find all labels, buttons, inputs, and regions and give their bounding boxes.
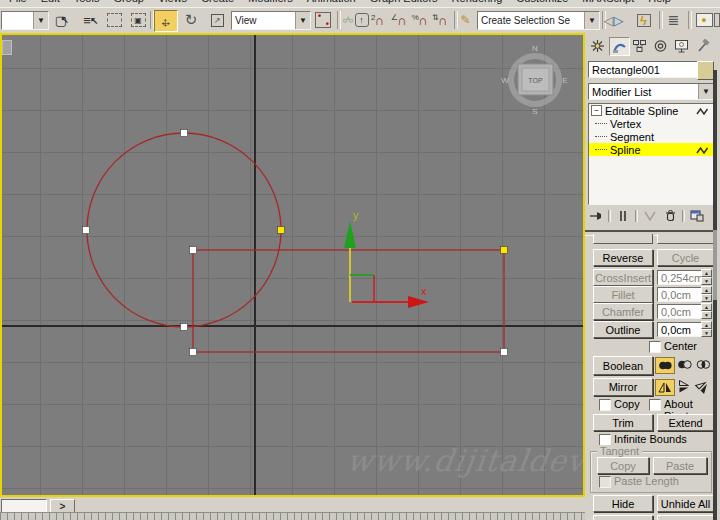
use-pivot-point-center-button[interactable]: •• [312, 10, 334, 30]
crossinsert-button[interactable]: CrossInsert [593, 269, 653, 286]
pin-stack-button[interactable] [588, 209, 604, 223]
paste-length-checkbox[interactable] [599, 476, 611, 488]
spline-vertices[interactable] [83, 130, 508, 356]
spinner-up-icon[interactable]: ▲ [701, 269, 712, 277]
object-name-field[interactable]: Rectangle001 [588, 61, 698, 78]
selection-filter-dropdown[interactable]: ▼ [1, 11, 49, 30]
reverse-button[interactable]: Reverse [593, 249, 653, 266]
fillet-button[interactable]: Fillet [593, 286, 653, 303]
menu-help[interactable]: Help [641, 0, 678, 4]
spinner-down-icon[interactable]: ▼ [701, 294, 712, 302]
cycle-button[interactable]: Cycle [657, 249, 714, 266]
menu-views[interactable]: Views [151, 0, 194, 4]
menu-edit[interactable]: Edit [34, 0, 67, 4]
percent-snap-toggle-button[interactable]: %∩ [412, 10, 427, 30]
tab-utilities[interactable] [693, 37, 712, 54]
tangent-copy-button[interactable]: Copy [597, 457, 649, 474]
outline-spinner[interactable]: ▲▼ [701, 321, 712, 336]
panel-scrollbar-thumb[interactable] [713, 230, 717, 300]
select-and-rotate-button[interactable]: ↻ [180, 10, 202, 30]
outline-button[interactable]: Outline [593, 321, 653, 338]
boolean-subtraction-button[interactable] [675, 357, 693, 372]
make-unique-button[interactable] [642, 209, 658, 223]
boolean-button[interactable]: Boolean [593, 356, 653, 375]
spinner-up-icon[interactable]: ▲ [701, 321, 712, 329]
menu-tools[interactable]: Tools [67, 0, 107, 4]
tangent-paste-button[interactable]: Paste [653, 457, 707, 474]
spinner-up-icon[interactable]: ▲ [701, 303, 712, 311]
chamfer-value-field[interactable]: 0,0cm [657, 304, 704, 319]
spline-vertex-selected[interactable] [278, 227, 285, 234]
tab-motion[interactable] [651, 37, 670, 54]
about-pivot-checkbox[interactable] [649, 399, 661, 411]
modifier-stack-list[interactable]: − Editable Spline Vertex Segment Spline [588, 103, 714, 205]
clipped-button[interactable] [657, 234, 714, 244]
spline-vertex[interactable] [83, 227, 90, 234]
menu-animation[interactable]: Animation [300, 0, 363, 4]
viewcube-north-label[interactable]: N [532, 44, 538, 53]
remove-modifier-button[interactable] [662, 209, 678, 223]
crossinsert-value-field[interactable]: 0,254cm [657, 270, 704, 285]
menu-rendering[interactable]: Rendering [445, 0, 510, 4]
spline-vertex[interactable] [190, 349, 197, 356]
clipped-button[interactable] [593, 515, 653, 520]
circle-spline[interactable] [87, 133, 281, 327]
transform-gizmo[interactable]: y x [344, 209, 429, 308]
select-and-move-button[interactable]: ↔↕ [154, 10, 178, 32]
align-button[interactable]: ϟ [636, 10, 651, 30]
spinner-down-icon[interactable]: ▼ [701, 277, 712, 285]
modifier-list-dropdown[interactable]: Modifier List ▼ [588, 83, 714, 100]
spline-vertex[interactable] [181, 324, 188, 331]
clipped-button[interactable] [657, 515, 714, 520]
viewcube-south-label[interactable]: S [532, 107, 537, 116]
tab-hierarchy[interactable] [630, 37, 649, 54]
chamfer-button[interactable]: Chamfer [593, 303, 653, 320]
unhide-all-button[interactable]: Unhide All [657, 495, 714, 512]
panel-scrollbar[interactable] [713, 70, 717, 520]
trim-button[interactable]: Trim [593, 414, 653, 431]
clipped-button[interactable] [593, 234, 653, 244]
configure-modifier-sets-button[interactable] [689, 209, 705, 223]
spinner-snap-toggle-button[interactable]: ⇅∩ [432, 10, 447, 30]
stack-item-vertex[interactable]: Vertex [589, 117, 713, 130]
spline-vertex-selected[interactable] [501, 247, 508, 254]
edit-named-selection-sets-button[interactable]: ✎ [458, 10, 473, 30]
fillet-value-field[interactable]: 0,0cm [657, 287, 704, 302]
viewcube[interactable]: N E S W TOP [501, 44, 567, 116]
extend-button[interactable]: Extend [657, 414, 714, 431]
mirror-both-button[interactable] [694, 379, 712, 394]
spinner-up-icon[interactable]: ▲ [701, 286, 712, 294]
show-end-result-button[interactable] [615, 209, 631, 223]
rectangle-spline[interactable] [193, 250, 504, 352]
viewport-top[interactable]: y x N E S W TOP www.dijitaldev [0, 33, 585, 497]
mirror-horizontal-button[interactable] [655, 379, 675, 396]
tab-modify[interactable] [609, 37, 630, 56]
track-bar[interactable] [0, 512, 585, 520]
snaps-toggle-button[interactable]: 2∩ [370, 10, 385, 30]
spinner-down-icon[interactable]: ▼ [701, 311, 712, 319]
select-and-manipulate-button[interactable]: ○°○ [340, 10, 355, 30]
schematic-view-button[interactable] [714, 10, 720, 30]
viewcube-top-label[interactable]: TOP [528, 77, 543, 84]
menu-graph-editors[interactable]: Graph Editors [363, 0, 445, 4]
menu-create[interactable]: Create [194, 0, 241, 4]
chamfer-spinner[interactable]: ▲▼ [701, 303, 712, 318]
named-selection-sets-dropdown[interactable]: Create Selection Se ▼ [477, 11, 600, 30]
copy-checkbox[interactable] [599, 399, 611, 411]
menu-items[interactable]: FileEditToolsGroupViewsCreateModifiersAn… [2, 0, 678, 4]
tab-create[interactable] [588, 37, 607, 54]
spline-vertex[interactable] [190, 247, 197, 254]
viewcube-east-label[interactable]: E [562, 76, 567, 85]
menu-customize[interactable]: Customize [509, 0, 575, 4]
fillet-spinner[interactable]: ▲▼ [701, 286, 712, 301]
outline-value-field[interactable]: 0,0cm [657, 322, 704, 337]
mirror-button[interactable]: Mirror [593, 378, 653, 396]
center-checkbox[interactable] [649, 341, 661, 353]
layer-manager-button[interactable]: ≣ [666, 10, 681, 30]
curve-editor-button[interactable]: ● [693, 10, 715, 30]
stack-item-segment[interactable]: Segment [589, 130, 713, 143]
select-and-scale-button[interactable]: ↗ [206, 10, 228, 30]
select-object-button[interactable]: ▢↖ [50, 10, 72, 30]
mirror-vertical-button[interactable] [675, 379, 693, 394]
menu-modifiers[interactable]: Modifiers [241, 0, 300, 4]
